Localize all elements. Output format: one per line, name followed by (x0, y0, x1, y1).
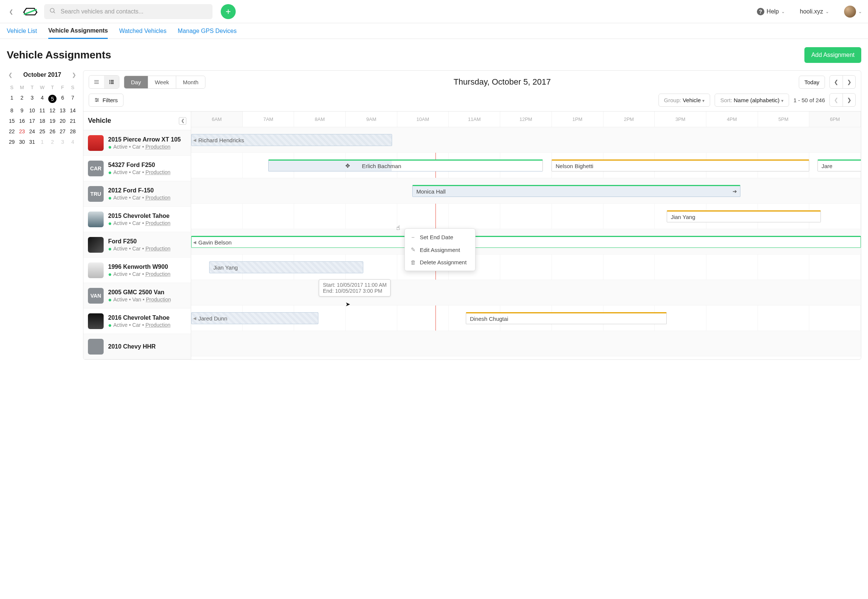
svg-rect-7 (109, 81, 110, 83)
cal-day[interactable]: 1 (37, 137, 47, 146)
cal-day[interactable]: 6 (58, 93, 68, 104)
vehicle-thumb (88, 262, 104, 278)
vehicle-row[interactable]: 2015 Chevrolet Tahoe●Active • Car • Prod… (83, 207, 191, 232)
vehicle-row[interactable]: 2015 Pierce Arrow XT 105●Active • Car • … (83, 130, 191, 156)
cal-day[interactable]: 23 (17, 127, 27, 136)
search-box[interactable] (44, 4, 213, 19)
cal-day[interactable]: 10 (27, 106, 37, 115)
cal-day[interactable]: 21 (68, 116, 78, 125)
app-logo[interactable] (23, 5, 38, 19)
add-button[interactable]: + (221, 4, 236, 19)
cal-day[interactable]: 18 (37, 116, 47, 125)
today-button[interactable]: Today (799, 75, 825, 89)
assignment-bar[interactable]: Nelson Bighetti (551, 160, 809, 172)
timeline-lane[interactable]: ◀Gavin Belson (191, 229, 861, 254)
timeline-lane[interactable]: ◀Jared DunnDinesh Chugtai (191, 306, 861, 331)
timeline-lane[interactable]: Jian Yang (191, 204, 861, 229)
ctx-edit[interactable]: ✎ Edit Assignment (405, 243, 475, 256)
cal-day[interactable]: 8 (7, 106, 17, 115)
user-menu[interactable]: ⌄ (844, 6, 862, 18)
cal-next[interactable]: ❯ (71, 71, 78, 79)
back-button[interactable]: ❮ (6, 6, 17, 17)
continue-left-icon: ◀ (193, 138, 196, 143)
cal-day[interactable]: 14 (68, 106, 78, 115)
tab-watched-vehicles[interactable]: Watched Vehicles (119, 28, 167, 35)
filters-button[interactable]: Filters (89, 93, 123, 107)
pager-prev[interactable]: ❮ (830, 93, 842, 106)
cal-prev[interactable]: ❮ (7, 71, 14, 79)
vehicle-row[interactable]: CAR54327 Ford F250●Active • Car • Produc… (83, 156, 191, 181)
assignment-bar[interactable]: Jian Yang (667, 211, 821, 223)
cal-day[interactable]: 2 (17, 93, 27, 104)
assignment-bar[interactable]: Dinesh Chugtai (466, 312, 667, 324)
cal-day[interactable]: 3 (58, 137, 68, 146)
tab-vehicle-assignments[interactable]: Vehicle Assignments (48, 27, 108, 39)
cal-day[interactable]: 9 (17, 106, 27, 115)
vehicles-column: Vehicle ❮ 2015 Pierce Arrow XT 105●Activ… (83, 111, 191, 360)
mode-week[interactable]: Week (148, 76, 176, 88)
cal-day[interactable]: 2 (48, 137, 58, 146)
grid-view-button[interactable] (104, 75, 119, 88)
timeline-lane[interactable]: ◀Richard Hendricks (191, 127, 861, 153)
ctx-set-end-date[interactable]: − Set End Date (405, 231, 475, 243)
cal-day[interactable]: 11 (37, 106, 47, 115)
timeline-lane[interactable]: Monica Hall➔ (191, 178, 861, 204)
search-input[interactable] (61, 8, 207, 15)
vehicle-row[interactable]: VAN2005 GMC 2500 Van●Active • Van • Prod… (83, 283, 191, 309)
pager-next[interactable]: ❯ (842, 93, 855, 106)
vehicle-row[interactable]: 2016 Chevrolet Tahoe●Active • Car • Prod… (83, 309, 191, 334)
group-dropdown[interactable]: Group: Vehicle ▾ (658, 93, 710, 107)
sort-dropdown[interactable]: Sort: Name (alphabetic) ▾ (715, 93, 789, 107)
cal-day[interactable]: 27 (58, 127, 68, 136)
assignment-bar[interactable]: ✥Erlich Bachman (268, 160, 543, 172)
date-next[interactable]: ❯ (842, 75, 855, 88)
cal-day[interactable]: 3 (27, 93, 37, 104)
timeline-lane[interactable]: Jian Yang (191, 254, 861, 280)
cal-day[interactable]: 26 (48, 127, 58, 136)
mode-month[interactable]: Month (176, 76, 206, 88)
cal-day[interactable]: 31 (27, 137, 37, 146)
timeline-lane[interactable] (191, 280, 861, 306)
timeline-lane[interactable] (191, 331, 861, 357)
cal-day[interactable]: 19 (48, 116, 58, 125)
assignment-bar[interactable]: ◀Gavin Belson (191, 236, 861, 248)
vehicle-row[interactable]: 2010 Chevy HHR (83, 334, 191, 360)
cal-day[interactable]: 7 (68, 93, 78, 104)
assignment-bar[interactable]: ◀Jared Dunn (191, 312, 318, 324)
help-menu[interactable]: ? Help ⌄ (757, 8, 785, 15)
cal-day[interactable]: 15 (7, 116, 17, 125)
cal-day[interactable]: 30 (17, 137, 27, 146)
cal-day[interactable]: 24 (27, 127, 37, 136)
list-view-button[interactable] (89, 75, 104, 88)
cal-day[interactable]: 5 (48, 93, 58, 104)
ctx-delete[interactable]: 🗑 Delete Assignment (405, 256, 475, 268)
cal-day[interactable]: 17 (27, 116, 37, 125)
tab-vehicle-list[interactable]: Vehicle List (7, 28, 37, 35)
cal-day[interactable]: 29 (7, 137, 17, 146)
cal-day[interactable]: 4 (68, 137, 78, 146)
org-menu[interactable]: hooli.xyz ⌄ (800, 8, 829, 15)
vehicle-row[interactable]: TRU2012 Ford F-150●Active • Car • Produc… (83, 181, 191, 207)
vehicle-row[interactable]: 1996 Kenworth W900●Active • Car • Produc… (83, 257, 191, 283)
cal-day[interactable]: 12 (48, 106, 58, 115)
cal-day[interactable]: 25 (37, 127, 47, 136)
tab-manage-gps[interactable]: Manage GPS Devices (178, 28, 236, 35)
cal-day[interactable]: 4 (37, 93, 47, 104)
cal-day[interactable]: 16 (17, 116, 27, 125)
vehicle-row[interactable]: Ford F250●Active • Car • Production (83, 232, 191, 257)
assignment-bar[interactable]: Jian Yang (209, 261, 363, 273)
cal-day[interactable]: 13 (58, 106, 68, 115)
collapse-vehicles[interactable]: ❮ (179, 117, 186, 125)
cal-day[interactable]: 20 (58, 116, 68, 125)
add-assignment-button[interactable]: Add Assignment (804, 47, 861, 63)
assignment-bar[interactable]: Monica Hall➔ (412, 185, 740, 197)
cal-day[interactable]: 28 (68, 127, 78, 136)
date-prev[interactable]: ❮ (830, 75, 842, 88)
chevron-down-icon: ⌄ (825, 9, 829, 14)
assignment-bar[interactable]: Jare (817, 160, 861, 172)
cal-day[interactable]: 1 (7, 93, 17, 104)
cal-day[interactable]: 22 (7, 127, 17, 136)
timeline-lane[interactable]: ✥Erlich BachmanNelson BighettiJare (191, 153, 861, 178)
assignment-bar[interactable]: ◀Richard Hendricks (191, 134, 392, 146)
mode-day[interactable]: Day (124, 76, 148, 88)
